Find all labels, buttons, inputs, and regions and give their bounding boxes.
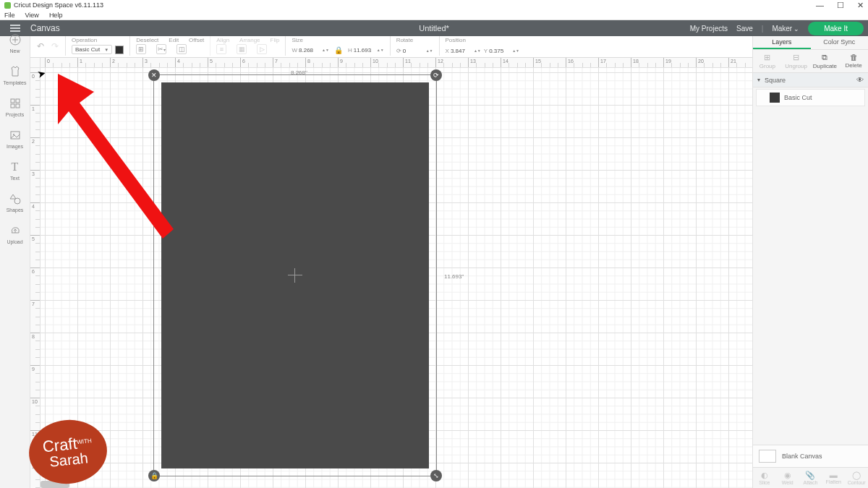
delete-handle[interactable]: ✕ <box>148 69 160 81</box>
canvas-area[interactable]: 0123456789101112131415161718192021 01234… <box>30 58 752 488</box>
position-x-input[interactable]: X3.847▲▼ <box>446 48 481 54</box>
ruler-vertical: 0123456789101112 <box>30 68 41 488</box>
main-header: Canvas Untitled* My Projects Save | Make… <box>0 20 868 36</box>
width-dimension-label: 8.268" <box>291 69 307 76</box>
edit-group: Deselect Edit Offset ⊞ ✂▾ ◫ <box>129 36 210 56</box>
sidebar-item-upload[interactable]: Upload <box>0 218 30 250</box>
svg-rect-6 <box>16 104 20 108</box>
operation-group: Operation Basic Cut▼ <box>65 36 129 56</box>
deselect-button[interactable]: ⊞ <box>136 44 146 54</box>
redo-icon[interactable]: ↷ <box>51 41 59 51</box>
menu-view[interactable]: View <box>25 12 39 19</box>
attach-button: 📎Attach <box>799 468 822 488</box>
make-it-button[interactable]: Make It <box>808 22 864 35</box>
ruler-horizontal: 0123456789101112131415161718192021 <box>41 58 752 68</box>
undo-redo: ↶ ↷ <box>30 36 65 56</box>
sidebar-item-shapes[interactable]: Shapes <box>0 187 30 218</box>
shapes-icon <box>9 192 22 205</box>
group-button: ⊞Group <box>753 50 782 72</box>
panel-tabs: Layers Color Sync <box>753 36 868 50</box>
layer-swatch <box>770 93 780 103</box>
position-group: Position X3.847▲▼ Y0.375▲▼ <box>439 36 526 56</box>
offset-button[interactable]: ◫ <box>176 44 187 54</box>
grid-icon <box>9 97 22 110</box>
chevron-down-icon: ⌄ <box>793 25 799 33</box>
rotate-handle[interactable]: ⟳ <box>430 69 442 81</box>
lock-handle[interactable]: 🔒 <box>148 470 160 481</box>
flatten-button: ▬Flatten <box>822 468 845 488</box>
canvas-color-swatch[interactable] <box>759 450 776 463</box>
twisty-icon[interactable]: ▾ <box>757 77 760 83</box>
sidebar-item-text[interactable]: T Text <box>0 155 30 187</box>
color-swatch[interactable] <box>115 46 124 54</box>
size-group: Size W8.268▲▼ 🔒 H11.693▲▼ <box>285 36 389 56</box>
options-bar: ↶ ↷ Operation Basic Cut▼ Deselect Edit O… <box>0 36 868 58</box>
svg-rect-5 <box>11 104 14 108</box>
svg-marker-9 <box>10 194 16 199</box>
svg-rect-7 <box>11 132 20 139</box>
layer-row-square[interactable]: ▾ Square 👁 <box>753 73 868 87</box>
rotate-input[interactable]: ⟳0▲▼ <box>396 48 433 54</box>
plus-circle-icon <box>9 33 22 46</box>
my-projects-link[interactable]: My Projects <box>690 25 728 33</box>
edit-button[interactable]: ✂▾ <box>156 44 166 54</box>
left-sidebar: New Templates Projects Images T Text Sha… <box>0 36 30 488</box>
sidebar-item-images[interactable]: Images <box>0 123 30 155</box>
sidebar-item-projects[interactable]: Projects <box>0 91 30 123</box>
visibility-icon[interactable]: 👁 <box>856 76 864 84</box>
tab-colorsync[interactable]: Color Sync <box>811 36 869 49</box>
image-icon <box>9 129 22 142</box>
sidebar-item-new[interactable]: New <box>0 27 30 59</box>
tab-layers[interactable]: Layers <box>753 36 811 49</box>
layers-toolbar: ⊞Group ⊟Ungroup ⧉Duplicate 🗑Delete <box>753 50 868 73</box>
text-icon: T <box>9 160 22 174</box>
undo-icon[interactable]: ↶ <box>37 41 44 51</box>
selection-bounds[interactable]: ✕ ⟳ 🔒 ⤡ <box>153 74 437 476</box>
upload-icon <box>9 224 22 237</box>
window-title: Cricut Design Space v6.11.113 <box>14 1 103 9</box>
sidebar-item-templates[interactable]: Templates <box>0 59 30 91</box>
minimize-button[interactable]: — <box>816 1 824 10</box>
height-input[interactable]: H11.693▲▼ <box>348 47 384 53</box>
svg-rect-4 <box>16 99 20 103</box>
svg-rect-3 <box>11 99 14 103</box>
svg-point-10 <box>14 198 20 204</box>
separator: | <box>762 25 764 33</box>
menu-file[interactable]: File <box>4 12 15 19</box>
window-controls: — ☐ ✕ <box>816 1 864 10</box>
close-button[interactable]: ✕ <box>857 1 864 10</box>
arrange-button: ▦ <box>237 44 247 54</box>
rotate-group: Rotate ⟳0▲▼ <box>390 36 439 56</box>
bottom-toolbar: ◐Slice ◉Weld 📎Attach ▬Flatten ◯Contour <box>753 467 868 488</box>
weld-button: ◉Weld <box>776 468 799 488</box>
ruler-corner <box>30 58 41 68</box>
menu-help[interactable]: Help <box>49 12 63 19</box>
position-y-input[interactable]: Y0.375▲▼ <box>484 48 519 54</box>
shirt-icon <box>9 65 22 78</box>
canvas-color-row[interactable]: Blank Canvas <box>753 445 868 467</box>
document-title: Untitled* <box>419 24 449 33</box>
canvas-label: Canvas <box>30 23 60 33</box>
slice-button: ◐Slice <box>753 468 776 488</box>
height-dimension-label: 11.693" <box>444 273 464 280</box>
right-panel: Layers Color Sync ⊞Group ⊟Ungroup ⧉Dupli… <box>752 36 868 488</box>
delete-button[interactable]: 🗑Delete <box>839 50 868 72</box>
duplicate-button[interactable]: ⧉Duplicate <box>811 50 840 72</box>
machine-selector[interactable]: Maker⌄ <box>772 25 799 33</box>
contour-button: ◯Contour <box>845 468 868 488</box>
ungroup-button: ⊟Ungroup <box>782 50 811 72</box>
lock-icon[interactable]: 🔒 <box>332 46 345 54</box>
titlebar: Cricut Design Space v6.11.113 — ☐ ✕ <box>0 0 868 10</box>
maximize-button[interactable]: ☐ <box>837 1 844 10</box>
menubar: File View Help <box>0 10 868 20</box>
resize-handle[interactable]: ⤡ <box>430 470 442 481</box>
layer-sublayer[interactable]: Basic Cut <box>756 89 865 106</box>
width-input[interactable]: W8.268▲▼ <box>292 47 328 53</box>
arrange-group: Align Arrange Flip ≡ ▦ ▷ <box>210 36 285 56</box>
flip-button: ▷ <box>257 44 267 54</box>
chevron-down-icon: ▼ <box>104 48 109 52</box>
body: New Templates Projects Images T Text Sha… <box>0 58 868 488</box>
operation-dropdown[interactable]: Basic Cut▼ <box>72 45 112 54</box>
save-button[interactable]: Save <box>736 25 753 33</box>
app-icon <box>4 2 11 9</box>
